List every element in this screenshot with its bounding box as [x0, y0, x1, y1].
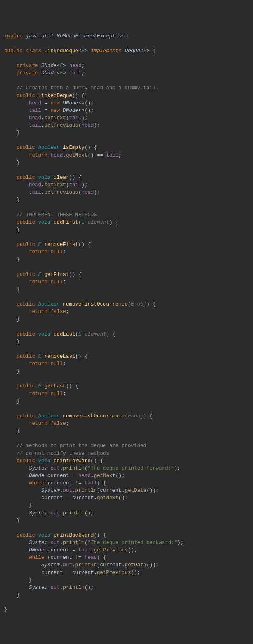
type-dnode: DNode — [63, 100, 79, 106]
class-name: LinkedDeque — [45, 48, 79, 54]
method-printbackward: printBackward — [54, 533, 94, 538]
call-getdata: getData — [125, 562, 147, 568]
method-removefirstoccurrence: removeFirstOccurrence — [63, 301, 128, 307]
var-current: current — [72, 495, 94, 501]
field-head: head — [29, 115, 41, 121]
keyword-while: while — [29, 555, 45, 561]
keyword-public: public — [16, 533, 35, 538]
keyword-null: null — [51, 361, 63, 367]
field-head: head — [82, 190, 94, 195]
field-out: out — [51, 585, 60, 591]
package-java: java — [26, 33, 38, 39]
keyword-return: return — [29, 309, 47, 315]
field-head: head — [29, 182, 41, 188]
return-type-e: E — [38, 383, 42, 389]
keyword-boolean: boolean — [38, 413, 60, 419]
call-println: println — [63, 466, 85, 471]
call-println: println — [63, 540, 85, 546]
method-getfirst: getFirst — [45, 272, 69, 278]
keyword-boolean: boolean — [38, 145, 60, 151]
comment-no-modify: // do not modify these methods — [16, 451, 109, 456]
field-tail: tail — [29, 123, 41, 128]
param-type-e: E — [78, 331, 82, 337]
keyword-void: void — [38, 458, 51, 464]
keyword-public: public — [16, 220, 35, 225]
field-out: out — [63, 562, 73, 568]
keyword-public: public — [16, 354, 35, 359]
type-param-e: E — [60, 63, 63, 69]
keyword-public: public — [4, 48, 23, 54]
comment-implement: // IMPLEMENT THESE METHODS — [16, 212, 97, 218]
field-head: head — [82, 123, 94, 128]
comment-print-provided: // methods to print the deque are provid… — [16, 443, 150, 449]
keyword-while: while — [29, 480, 45, 486]
call-setprevious: setPrevious — [45, 123, 79, 128]
return-type-e: E — [38, 242, 42, 248]
constructor: LinkedDeque — [38, 93, 73, 99]
call-getprevious: getPrevious — [94, 547, 128, 553]
var-current: current — [47, 473, 69, 479]
keyword-new: new — [51, 108, 60, 114]
call-setnext: setNext — [45, 115, 66, 121]
class-system: System — [41, 488, 60, 493]
keyword-void: void — [38, 331, 51, 337]
comment-dummy: // Creates both a dummy head and a dummy… — [16, 85, 159, 91]
type-param-e: E — [82, 48, 85, 54]
var-current: current — [72, 570, 94, 576]
return-type-e: E — [38, 354, 42, 359]
call-println: println — [63, 585, 85, 591]
field-out: out — [63, 488, 73, 493]
string-bwd: "The deque printed backward:" — [88, 540, 178, 546]
keyword-return: return — [29, 391, 47, 397]
return-type-e: E — [38, 272, 42, 278]
call-println: println — [75, 562, 97, 568]
interface-name: Deque — [125, 48, 141, 54]
method-printforward: printForward — [54, 458, 91, 464]
keyword-class: class — [26, 48, 42, 54]
call-setnext: setNext — [45, 182, 66, 188]
type-dnode: DNode — [29, 473, 45, 479]
keyword-private: private — [16, 63, 38, 69]
string-fwd: "The deque printed forward:" — [88, 466, 174, 471]
keyword-void: void — [38, 220, 51, 225]
call-setprevious: setPrevious — [45, 190, 79, 195]
var-current: current — [51, 480, 73, 486]
call-getdata: getData — [125, 488, 147, 493]
keyword-void: void — [38, 533, 51, 538]
call-getprevious: getPrevious — [97, 570, 131, 576]
method-addfirst: addFirst — [54, 220, 78, 225]
package-util: util — [41, 33, 54, 39]
field-tail: tail — [69, 182, 82, 188]
keyword-false: false — [51, 309, 66, 315]
field-out: out — [51, 510, 60, 516]
field-tail: tail — [69, 70, 82, 76]
field-tail: tail — [69, 115, 82, 121]
field-head: head — [84, 555, 97, 561]
param-element: element — [84, 331, 106, 337]
call-println: println — [75, 488, 97, 493]
type-dnode: DNode — [29, 547, 45, 553]
keyword-return: return — [29, 421, 47, 426]
keyword-public: public — [16, 383, 35, 389]
keyword-boolean: boolean — [38, 301, 60, 307]
keyword-return: return — [29, 279, 47, 285]
param-obj: obj — [134, 413, 143, 419]
import-class: NoSuchElementException — [57, 33, 125, 39]
method-removelast: removeLast — [45, 354, 75, 359]
field-out: out — [51, 466, 60, 471]
class-system: System — [29, 585, 47, 591]
keyword-new: new — [51, 100, 60, 106]
method-isempty: isEmpty — [63, 145, 85, 151]
code-editor[interactable]: import java.util.NoSuchElementException;… — [4, 32, 249, 614]
field-head: head — [51, 153, 63, 158]
call-getnext: getNext — [94, 473, 116, 479]
keyword-public: public — [16, 301, 35, 307]
keyword-public: public — [16, 175, 35, 181]
keyword-false: false — [51, 421, 66, 426]
method-getlast: getLast — [45, 383, 66, 389]
field-tail: tail — [78, 547, 91, 553]
keyword-public: public — [16, 145, 35, 151]
param-type-e: E — [82, 220, 85, 225]
type-param-e: E — [60, 70, 63, 76]
method-removelastoccurrence: removeLastOccurrence — [63, 413, 125, 419]
